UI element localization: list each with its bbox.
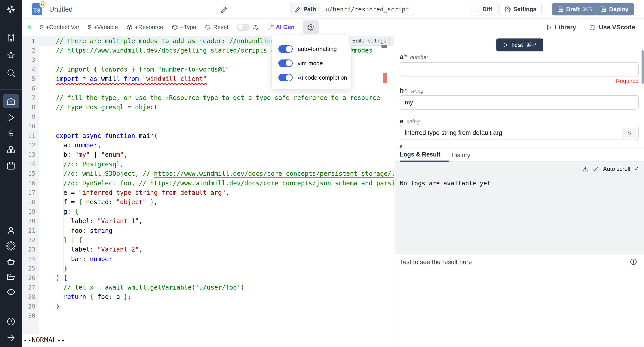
code-line[interactable]: 18 f = { nested: "object" },	[22, 198, 394, 207]
folders-icon[interactable]	[3, 270, 19, 284]
path-editor[interactable]: Path u/henri/restored_script	[290, 3, 414, 16]
resources-cubes-icon[interactable]	[3, 142, 19, 157]
toggle-switch[interactable]	[278, 74, 293, 82]
expand-fullscreen-icon[interactable]	[593, 166, 599, 172]
tab-logs-result[interactable]: Logs & Result	[400, 148, 448, 162]
code-line[interactable]: 9	[22, 112, 394, 122]
ai-gen-button[interactable]: AI Gen	[267, 24, 294, 31]
multiplayer-switch[interactable]	[237, 24, 250, 31]
code-line[interactable]: 10	[22, 122, 394, 131]
run-preview-panel: Test ⌘↵ a* number Required b* string my …	[395, 36, 644, 347]
auto-scroll-label[interactable]: Auto scroll	[603, 166, 630, 172]
deploy-button[interactable]: Deploy	[595, 3, 634, 16]
workspace-building-icon[interactable]	[3, 30, 19, 45]
field-b-input[interactable]: my	[400, 95, 639, 110]
script-title: Untitled	[49, 5, 73, 14]
code-line[interactable]: 7// fill the type, or use the +Resource …	[22, 93, 394, 102]
line-number: 14	[22, 161, 39, 168]
variables-dollar-icon[interactable]	[3, 126, 19, 141]
line-number: 23	[22, 246, 39, 253]
windmill-logo-icon[interactable]	[4, 3, 18, 16]
diff-button[interactable]: ± Diff	[471, 3, 498, 16]
info-icon[interactable]	[630, 258, 637, 266]
status-dot	[28, 25, 32, 29]
add-type-button[interactable]: +Type	[172, 24, 196, 31]
vscode-icon	[588, 24, 596, 31]
code-line[interactable]: 24 bar: number	[22, 254, 394, 264]
code-line[interactable]: 27 // let x = await wmill.getVariable('u…	[22, 282, 394, 292]
use-vscode-button[interactable]: Use VScode	[588, 24, 635, 31]
code-line[interactable]: 13 b: "my" | "enum",	[22, 150, 394, 160]
help-icon[interactable]	[3, 314, 19, 329]
draft-button[interactable]: Draft ⌘S	[552, 3, 598, 16]
line-number: 19	[22, 208, 39, 215]
left-sidebar	[0, 0, 22, 347]
field-f-label-clipped: f	[400, 144, 402, 148]
toggle-label: vim mode	[298, 60, 323, 67]
line-number: 10	[22, 123, 39, 130]
field-a-required-error: Required	[616, 78, 639, 84]
code-line[interactable]: 20 label: "Variant 1",	[22, 216, 394, 226]
add-context-var-button[interactable]: $ +Context Var	[40, 24, 80, 31]
search-icon[interactable]	[3, 66, 19, 80]
code-line[interactable]: 12 a: number,	[22, 140, 394, 150]
line-number: 8	[22, 104, 39, 111]
editor-setting-row: AI code completion	[278, 70, 351, 85]
code-line[interactable]: 21 foo: string	[22, 226, 394, 235]
package-icon	[126, 24, 132, 30]
settings-gear-icon[interactable]	[3, 239, 19, 253]
result-placeholder: Test to see the result here	[400, 258, 472, 266]
field-a-input[interactable]	[400, 62, 639, 76]
download-icon[interactable]	[582, 166, 589, 172]
code-line[interactable]: 30	[22, 311, 394, 320]
line-number: 2	[22, 47, 39, 54]
code-line[interactable]: 15 //d: wmill.S3Object, // https://www.w…	[22, 169, 394, 178]
line-number: 6	[22, 85, 39, 92]
form-scrollbar-thumb[interactable]	[642, 50, 644, 84]
add-variable-button[interactable]: $ +Variable	[88, 24, 118, 31]
code-line[interactable]: 26) {	[22, 273, 394, 282]
line-number: 11	[22, 132, 39, 139]
runs-play-icon[interactable]	[3, 110, 19, 125]
code-line[interactable]: 16 //d: DynSelect_foo, // https://www.wi…	[22, 178, 394, 188]
code-line[interactable]: 14 //c: Postgresql,	[22, 160, 394, 169]
tab-history[interactable]: History	[452, 148, 470, 162]
test-button[interactable]: Test ⌘↵	[496, 38, 543, 52]
code-line[interactable]: 17 e = "inferred type string from defaul…	[22, 188, 394, 197]
settings-button[interactable]: Settings	[499, 3, 542, 16]
path-value[interactable]: u/henri/restored_script	[320, 3, 414, 15]
code-line[interactable]: 28 return { foo: a };	[22, 292, 394, 302]
code-line[interactable]: 25 }	[22, 264, 394, 273]
resize-handle-icon[interactable]	[633, 132, 637, 139]
code-line[interactable]: 22 } | {	[22, 235, 394, 244]
user-icon[interactable]	[3, 223, 19, 238]
audit-eye-icon[interactable]	[3, 285, 19, 299]
gear-icon	[308, 24, 314, 31]
vim-status-bar: --NORMAL--	[23, 336, 65, 344]
multiplayer-toggle[interactable]	[237, 24, 259, 31]
workers-robot-icon[interactable]	[3, 254, 19, 269]
schedules-calendar-icon[interactable]	[3, 158, 19, 173]
code-line[interactable]: 23 label: "Variant 2",	[22, 245, 394, 254]
reset-button[interactable]: Reset	[204, 24, 228, 31]
add-resource-button[interactable]: +Resource	[126, 24, 163, 31]
users-icon	[252, 24, 259, 31]
editor-settings-gear-button[interactable]	[303, 20, 319, 34]
favorites-star-icon[interactable]	[3, 48, 19, 62]
toggle-switch[interactable]	[278, 45, 293, 53]
toggle-label: auto-formatting	[298, 46, 337, 52]
edit-title-pencil-icon[interactable]	[220, 6, 228, 14]
code-line[interactable]: 11export async function main(	[22, 131, 394, 140]
code-line[interactable]: 8// type Postgresql = object	[22, 102, 394, 112]
test-shortcut: ⌘↵	[526, 42, 537, 48]
expand-arrow-icon[interactable]	[3, 330, 19, 345]
code-line[interactable]: 19 g: {	[22, 207, 394, 216]
draft-shortcut: ⌘S	[582, 6, 592, 13]
auto-scroll-check[interactable]: ✓	[634, 166, 639, 172]
toggle-switch[interactable]	[278, 60, 293, 67]
home-icon[interactable]	[3, 94, 19, 108]
logs-controls: Auto scroll ✓	[582, 166, 639, 172]
library-button[interactable]: Library	[545, 24, 576, 31]
code-line[interactable]: 29}	[22, 302, 394, 311]
field-e-input[interactable]: inferred type string from default arg $	[400, 126, 639, 140]
